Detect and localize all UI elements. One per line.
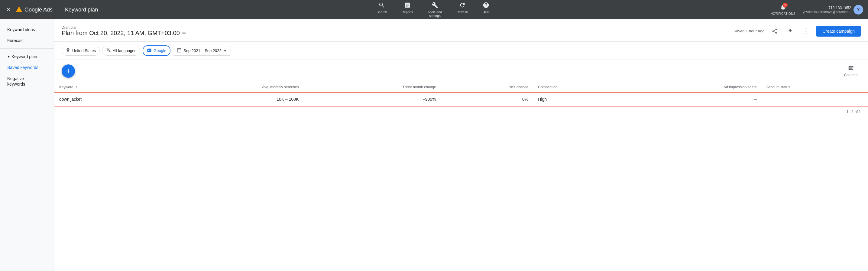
sidebar-item-keyword-ideas[interactable]: Keyword ideas bbox=[0, 24, 54, 35]
sort-icon: ↑ bbox=[75, 85, 78, 89]
plan-info: Draft plan Plan from Oct 20, 2022, 11 AM… bbox=[62, 25, 186, 37]
logo-triangle-icon bbox=[16, 6, 23, 14]
location-filter[interactable]: United States bbox=[62, 46, 100, 56]
col-keyword[interactable]: Keyword ↑ bbox=[54, 82, 156, 93]
language-filter[interactable]: All languages bbox=[102, 46, 140, 56]
refresh-icon bbox=[459, 2, 466, 10]
close-icon[interactable]: ✕ bbox=[5, 5, 12, 14]
edit-icon[interactable]: ✏ bbox=[182, 30, 186, 36]
user-phone: 710-133-1652 bbox=[803, 6, 851, 10]
cell-avg-monthly: 10K – 100K bbox=[156, 93, 304, 106]
help-nav-label: Help bbox=[483, 10, 490, 14]
refresh-nav-label: Refresh bbox=[456, 10, 468, 14]
sidebar-item-negative-keywords[interactable]: Negativekeywords bbox=[0, 73, 54, 90]
sidebar-item-keyword-plan[interactable]: ▼ Keyword plan bbox=[0, 51, 54, 62]
col-ad-impression[interactable]: Ad impression share bbox=[626, 82, 762, 93]
help-icon bbox=[483, 2, 489, 10]
cell-keyword: down jacket bbox=[54, 93, 156, 106]
pagination: 1 - 1 of 1 bbox=[54, 106, 868, 118]
cell-competition: High bbox=[533, 93, 626, 106]
cell-yoy: 0% bbox=[441, 93, 533, 106]
user-email: yevheniia.khromova@serankin... bbox=[803, 10, 851, 13]
col-avg-monthly[interactable]: Avg. monthly searches bbox=[156, 82, 304, 93]
nav-right: 1 Notifications 710-133-1652 yevheniia.k… bbox=[768, 3, 863, 17]
col-account-status[interactable]: Account status bbox=[762, 82, 868, 93]
sidebar-keyword-plan-label: Keyword plan bbox=[11, 54, 37, 59]
search-icon bbox=[378, 2, 385, 10]
saved-text: Saved 1 hour ago bbox=[734, 29, 765, 33]
download-button[interactable] bbox=[785, 26, 796, 37]
reports-icon bbox=[404, 2, 411, 10]
add-keyword-button[interactable]: + bbox=[62, 64, 75, 78]
date-range-label: Sep 2021 – Sep 2022 bbox=[183, 49, 221, 53]
help-nav-btn[interactable]: Help bbox=[480, 1, 492, 19]
top-navigation: ✕ Google Ads Keyword plan Search Reports bbox=[0, 0, 868, 19]
col-three-month[interactable]: Three month change bbox=[304, 82, 441, 93]
user-info[interactable]: 710-133-1652 yevheniia.khromova@serankin… bbox=[803, 5, 863, 14]
columns-label: Columns bbox=[844, 73, 858, 77]
calendar-icon bbox=[177, 48, 182, 54]
keyword-col-label: Keyword bbox=[59, 85, 73, 89]
network-filter[interactable]: Google bbox=[143, 46, 170, 56]
more-options-button[interactable]: ⋮ bbox=[801, 26, 811, 37]
create-campaign-button[interactable]: Create campaign bbox=[816, 26, 861, 37]
sidebar-item-forecast[interactable]: Forecast bbox=[0, 35, 54, 46]
reports-nav-btn[interactable]: Reports bbox=[399, 1, 416, 19]
plan-header: Draft plan Plan from Oct 20, 2022, 11 AM… bbox=[54, 19, 868, 42]
location-icon bbox=[66, 48, 70, 54]
filter-bar: United States All languages Google Sep 2… bbox=[54, 42, 868, 60]
language-label: All languages bbox=[113, 49, 136, 53]
nav-divider bbox=[59, 5, 59, 14]
table-body: down jacket10K – 100K+900%0%High– bbox=[54, 93, 868, 106]
network-label: Google bbox=[154, 49, 166, 53]
columns-icon bbox=[848, 65, 855, 72]
notifications-label: Notifications bbox=[770, 12, 796, 16]
cell-account-status bbox=[762, 93, 868, 106]
user-text: 710-133-1652 yevheniia.khromova@serankin… bbox=[803, 6, 851, 13]
pagination-text: 1 - 1 of 1 bbox=[846, 110, 861, 114]
avatar[interactable]: Y bbox=[854, 5, 863, 14]
tools-icon bbox=[432, 2, 438, 10]
columns-button[interactable]: Columns bbox=[842, 63, 861, 78]
cell-three-month: +900% bbox=[304, 93, 441, 106]
col-competition[interactable]: Competition bbox=[533, 82, 626, 93]
date-range-filter[interactable]: Sep 2021 – Sep 2022 ▼ bbox=[173, 46, 231, 56]
refresh-nav-btn[interactable]: Refresh bbox=[454, 1, 471, 19]
plan-header-right: Saved 1 hour ago ⋮ Create campaign bbox=[734, 26, 861, 37]
arrow-down-icon: ▼ bbox=[7, 55, 10, 58]
notification-badge: 1 bbox=[783, 3, 787, 7]
nav-left: ✕ Google Ads Keyword plan bbox=[5, 5, 98, 14]
main-content: Draft plan Plan from Oct 20, 2022, 11 AM… bbox=[54, 19, 868, 271]
search-nav-btn[interactable]: Search bbox=[374, 1, 390, 19]
notifications-icon: 1 bbox=[780, 4, 786, 11]
search-nav-label: Search bbox=[377, 10, 387, 14]
app-body: Keyword ideas Forecast ▼ Keyword plan Sa… bbox=[0, 19, 868, 271]
language-icon bbox=[106, 48, 111, 54]
tools-nav-label: Tools and settings bbox=[428, 10, 442, 18]
cell-ad-impression: – bbox=[626, 93, 762, 106]
google-ads-logo: Google Ads bbox=[16, 6, 53, 14]
sidebar: Keyword ideas Forecast ▼ Keyword plan Sa… bbox=[0, 19, 54, 271]
page-title: Keyword plan bbox=[65, 7, 98, 13]
table-toolbar: + Columns bbox=[54, 60, 868, 82]
plan-name: Plan from Oct 20, 2022, 11 AM, GMT+03:00… bbox=[62, 30, 186, 37]
table-row[interactable]: down jacket10K – 100K+900%0%High– bbox=[54, 93, 868, 106]
share-button[interactable] bbox=[769, 26, 780, 37]
reports-nav-label: Reports bbox=[402, 10, 413, 14]
draft-label: Draft plan bbox=[62, 25, 186, 30]
location-label: United States bbox=[72, 49, 96, 53]
table-header-row: Keyword ↑ Avg. monthly searches Three mo… bbox=[54, 82, 868, 93]
sidebar-item-saved-keywords[interactable]: Saved keywords bbox=[0, 62, 54, 73]
date-dropdown-arrow-icon: ▼ bbox=[223, 49, 227, 53]
plan-name-text: Plan from Oct 20, 2022, 11 AM, GMT+03:00 bbox=[62, 30, 180, 37]
tools-nav-btn[interactable]: Tools and settings bbox=[425, 1, 444, 19]
logo-text: Google Ads bbox=[25, 7, 53, 13]
network-icon bbox=[147, 48, 152, 54]
keywords-table: Keyword ↑ Avg. monthly searches Three mo… bbox=[54, 82, 868, 106]
col-yoy[interactable]: YoY change bbox=[441, 82, 533, 93]
notifications-btn[interactable]: 1 Notifications bbox=[768, 3, 798, 17]
nav-center-actions: Search Reports Tools and settings Refres… bbox=[100, 1, 766, 19]
